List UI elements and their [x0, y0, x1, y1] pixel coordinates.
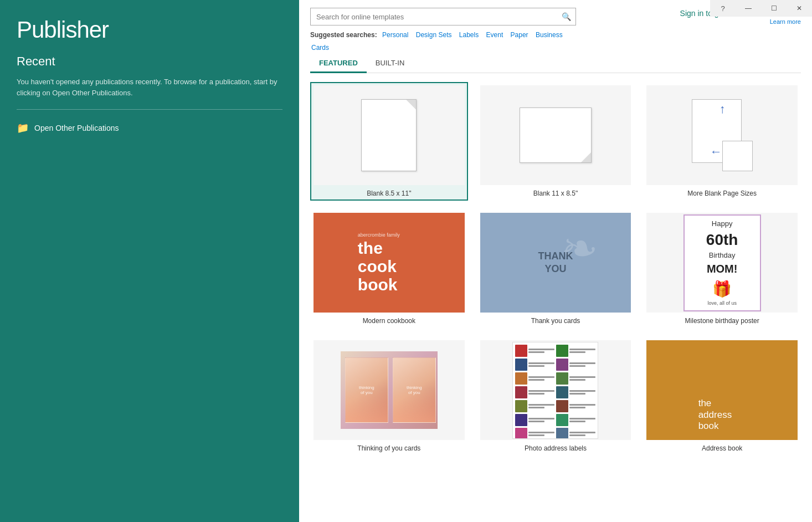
label-photo — [515, 428, 527, 439]
suggested-searches-row: Suggested searches: Personal Design Sets… — [310, 31, 801, 39]
label-text — [528, 418, 554, 422]
suggested-design-sets[interactable]: Design Sets — [416, 31, 452, 39]
template-thumb-blank-portrait — [314, 85, 465, 185]
label-item — [515, 414, 554, 426]
label-item — [515, 400, 554, 412]
search-box[interactable]: 🔍 — [310, 8, 576, 25]
template-cookbook[interactable]: abercrombie family the cook book Modern … — [310, 209, 468, 328]
template-label-thinking: Thinking of you cards — [357, 444, 420, 452]
suggested-cards[interactable]: Cards — [311, 44, 329, 52]
label-item — [515, 428, 554, 439]
arrow-left-icon: ← — [710, 145, 722, 159]
page-fold-landscape — [581, 152, 591, 162]
template-label-thankyou: Thank you cards — [531, 317, 580, 325]
suggested-paper[interactable]: Paper — [511, 31, 528, 39]
restore-button[interactable]: ☐ — [761, 0, 787, 17]
more-blank-icon: ↑ ← — [692, 99, 753, 171]
template-label-address-book: Address book — [702, 444, 742, 452]
label-item — [515, 359, 554, 371]
search-button[interactable]: 🔍 — [557, 12, 575, 21]
recent-description: You haven't opened any publications rece… — [17, 76, 282, 98]
template-thumb-more-blank: ↑ ← — [646, 85, 798, 185]
birthday-label: Birthday — [709, 251, 736, 260]
label-photo — [515, 400, 527, 412]
label-text — [528, 349, 554, 353]
tab-builtin[interactable]: BUILT-IN — [367, 55, 414, 73]
cookbook-main-text: the cook book — [358, 239, 420, 294]
template-more-blank[interactable]: ↑ ← More Blank Page Sizes — [643, 82, 801, 201]
birthday-number: 60th — [706, 231, 738, 249]
suggested-business[interactable]: Business — [536, 31, 563, 39]
help-button[interactable]: ? — [710, 0, 736, 17]
label-item — [556, 414, 595, 426]
address-labels-preview — [512, 342, 598, 439]
label-row-6 — [515, 414, 595, 426]
search-input[interactable] — [311, 13, 557, 21]
open-other-label: Open Other Publications — [34, 124, 119, 132]
close-button[interactable]: ✕ — [787, 0, 812, 17]
address-book-text: the address book — [698, 398, 746, 432]
minimize-button[interactable]: — — [736, 0, 761, 17]
template-thumb-birthday: Happy 60th Birthday MOM! 🎁 love, all of … — [646, 213, 798, 313]
label-row-5 — [515, 400, 595, 412]
template-birthday[interactable]: Happy 60th Birthday MOM! 🎁 love, all of … — [643, 209, 801, 328]
more-blank-small-page — [722, 141, 753, 171]
birthday-love: love, all of us — [707, 300, 737, 306]
template-blank-landscape[interactable]: Blank 11 x 8.5" — [477, 82, 635, 201]
birthday-card: Happy 60th Birthday MOM! 🎁 love, all of … — [683, 214, 761, 311]
label-row-1 — [515, 345, 595, 357]
label-item — [515, 372, 554, 385]
open-other-button[interactable]: 📁 Open Other Publications — [17, 120, 282, 136]
recent-title: Recent — [17, 54, 282, 69]
template-address-labels[interactable]: Photo address labels — [477, 337, 635, 456]
thinking-card-1: thinkingof you — [345, 357, 388, 423]
tabs-bar: FEATURED BUILT-IN — [310, 55, 801, 73]
label-item — [515, 386, 554, 398]
label-item — [556, 372, 595, 385]
sidebar: Publisher Recent You haven't opened any … — [0, 0, 299, 522]
template-thumb-cookbook: abercrombie family the cook book — [314, 213, 465, 313]
template-thumb-blank-landscape — [480, 85, 631, 185]
label-item — [515, 345, 554, 357]
label-text — [528, 404, 554, 408]
template-label-address-labels: Photo address labels — [525, 444, 587, 452]
label-row-7 — [515, 428, 595, 439]
thankyou-card: ❧ THANKYOU — [507, 224, 604, 301]
label-row-2 — [515, 359, 595, 371]
template-label-more-blank: More Blank Page Sizes — [687, 190, 757, 197]
learn-more-link[interactable]: Learn more — [680, 18, 801, 25]
label-text — [569, 376, 595, 381]
label-text — [569, 432, 595, 436]
suggested-personal[interactable]: Personal — [382, 31, 408, 39]
app-title: Publisher — [17, 17, 282, 43]
template-thumb-thankyou: ❧ THANKYOU — [480, 213, 631, 313]
template-thumb-thinking: thinkingof you thinkingof you — [314, 340, 465, 440]
template-thankyou[interactable]: ❧ THANKYOU Thank you cards — [477, 209, 635, 328]
birthday-gifts-icon: 🎁 — [712, 280, 732, 298]
arrow-up-icon: ↑ — [720, 102, 726, 116]
template-thumb-address-book: the address book — [646, 340, 798, 440]
suggested-event[interactable]: Event — [486, 31, 503, 39]
label-photo — [515, 359, 527, 371]
label-text — [569, 390, 595, 395]
suggested-label: Suggested searches: — [310, 31, 377, 39]
thinking-card-2: thinkingof you — [393, 357, 436, 423]
suggested-labels[interactable]: Labels — [459, 31, 479, 39]
label-photo — [515, 345, 527, 357]
folder-icon: 📁 — [17, 122, 29, 134]
template-thinking[interactable]: thinkingof you thinkingof you Thinking o… — [310, 337, 468, 456]
birthday-name: MOM! — [707, 263, 738, 275]
cookbook-cover: abercrombie family the cook book — [349, 214, 429, 311]
template-blank-portrait[interactable]: Blank 8.5 x 11" — [310, 82, 468, 201]
label-text — [569, 418, 595, 422]
tab-featured[interactable]: FEATURED — [310, 55, 367, 73]
template-address-book[interactable]: the address book Address book — [643, 337, 801, 456]
label-photo — [556, 372, 568, 385]
address-book-cover: the address book — [692, 342, 753, 439]
label-photo — [556, 359, 568, 371]
label-row-4 — [515, 386, 595, 398]
label-text — [528, 432, 554, 436]
label-photo — [515, 372, 527, 385]
label-photo — [556, 400, 568, 412]
cookbook-family-text: abercrombie family — [358, 232, 420, 238]
